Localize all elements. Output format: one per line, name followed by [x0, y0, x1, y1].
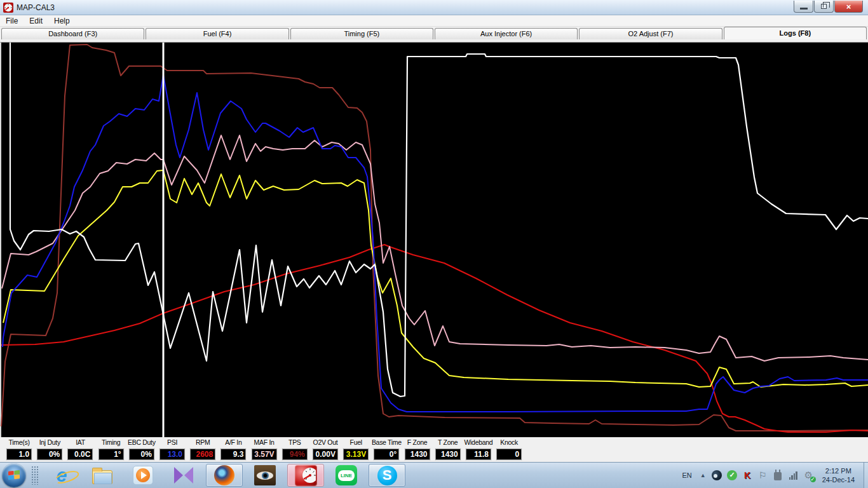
- channel-value-base-time: 0°: [373, 448, 400, 461]
- channel-label-fuel: Fuel: [341, 437, 371, 448]
- taskbar-pinned-line[interactable]: LINE: [335, 464, 358, 486]
- channel-value-time-s-: 1.0: [6, 448, 32, 461]
- taskbar-grip-handle[interactable]: [31, 466, 39, 485]
- channel-label-ebc-duty: EBC Duty: [126, 437, 157, 448]
- taskbar-button-map-cal3[interactable]: [287, 464, 324, 487]
- tab-o2-adjust-f7-[interactable]: O2 Adjust (F7): [579, 28, 722, 39]
- channel-value-a-f-in: 9.3: [220, 448, 247, 461]
- minimize-button[interactable]: [794, 1, 813, 13]
- folder-icon: [92, 470, 112, 484]
- blue-trace: [3, 75, 868, 412]
- channel-label-tps: TPS: [280, 437, 310, 448]
- channel-label-maf-in: MAF In: [249, 437, 280, 448]
- taskbar-button-skype[interactable]: S: [369, 464, 405, 487]
- channel-label-f-zone: F Zone: [402, 437, 432, 448]
- channel-label-inj-duty: Inj Duty: [34, 437, 65, 448]
- close-button[interactable]: ×: [834, 1, 863, 13]
- yellow-trace: [3, 170, 868, 387]
- line-messenger-icon: LINE: [336, 465, 357, 485]
- channel-label-wideband: Wideband: [463, 437, 494, 448]
- start-button[interactable]: [2, 463, 26, 487]
- taskbar-pinned-windows-explorer[interactable]: [91, 464, 114, 486]
- channel-label-timing: Timing: [96, 437, 126, 448]
- channel-value-row: 1.00%0.0C1°0%13.026089.33.57V94%0.00V3.1…: [0, 448, 868, 462]
- channel-label-psi: PSI: [157, 437, 187, 448]
- language-indicator[interactable]: EN: [679, 471, 694, 479]
- app-gauge-icon: [3, 3, 13, 13]
- channel-value-f-zone: 1430: [404, 448, 431, 461]
- windows-flag-icon: [8, 470, 20, 480]
- steam-tray-icon[interactable]: [712, 470, 722, 481]
- network-bars-icon[interactable]: [788, 470, 799, 481]
- channel-label-t-zone: T Zone: [433, 437, 463, 448]
- kmplayer-icon: [174, 467, 193, 484]
- channel-value-wideband: 11.8: [465, 448, 492, 461]
- channel-label-a-f-in: A/F In: [218, 437, 248, 448]
- white-trace: [10, 43, 868, 396]
- tab-dashboard-f3-[interactable]: Dashboard (F3): [1, 28, 144, 39]
- channel-value-knock: 0: [496, 448, 522, 461]
- channel-value-fuel: 3.13V: [342, 448, 369, 461]
- taskbar-pinned-internet-explorer[interactable]: e: [50, 464, 73, 486]
- windows-taskbar: eLINES EN▲✓K⚐⚙2:12 PM24-Dec-14: [0, 462, 868, 488]
- taskbar-pinned-media-player[interactable]: [132, 464, 154, 486]
- taskbar-button-firefox[interactable]: [206, 464, 243, 487]
- restore-button[interactable]: [814, 1, 834, 13]
- tab-bar: Dashboard (F3)Fuel (F4)Timing (F5)Aux In…: [0, 27, 868, 39]
- tab-aux-injector-f6-[interactable]: Aux Injector (F6): [435, 28, 578, 39]
- kaspersky-tray-icon[interactable]: K: [742, 470, 753, 481]
- channel-value-o2v-out: 0.00V: [312, 448, 339, 461]
- channel-value-t-zone: 1430: [435, 448, 461, 461]
- channel-value-inj-duty: 0%: [36, 448, 63, 461]
- skype-icon: S: [377, 466, 397, 485]
- menu-item-help[interactable]: Help: [48, 17, 76, 25]
- menu-item-edit[interactable]: Edit: [24, 17, 48, 25]
- taskbar-clock[interactable]: 2:12 PM24-Dec-14: [818, 466, 858, 484]
- app-window: MAP-CAL3 × FileEditHelp Dashboard (F3)Fu…: [0, 0, 868, 488]
- antivirus-ok-tray-icon[interactable]: ✓: [727, 470, 738, 481]
- media-player-icon: [133, 466, 153, 485]
- red-trace: [1, 245, 868, 432]
- minimize-icon: [800, 8, 808, 10]
- channel-value-rpm: 2608: [189, 448, 216, 461]
- channel-label-time-s-: Time(s): [4, 437, 34, 448]
- restore-icon: [821, 4, 827, 9]
- taskbar-pinned-photo-viewer[interactable]: [254, 464, 276, 486]
- pink-trace: [2, 135, 868, 361]
- taskbar-pinned-kmplayer[interactable]: [172, 464, 195, 486]
- channel-label-knock: Knock: [494, 437, 524, 448]
- channel-value-timing: 1°: [98, 448, 125, 461]
- internet-explorer-icon: e: [57, 466, 67, 485]
- channel-value-iat: 0.0C: [67, 448, 93, 461]
- tab-timing-f5-[interactable]: Timing (F5): [290, 28, 433, 39]
- log-chart-canvas[interactable]: [0, 43, 868, 437]
- action-center-flag-icon[interactable]: ⚐: [757, 470, 768, 481]
- channel-label-base-time: Base Time: [371, 437, 402, 448]
- channel-label-iat: IAT: [65, 437, 95, 448]
- clock-date: 24-Dec-14: [822, 475, 855, 484]
- show-hidden-icons-arrow[interactable]: ▲: [699, 472, 707, 478]
- power-plug-icon[interactable]: [773, 470, 783, 481]
- channel-value-tps: 94%: [281, 448, 308, 461]
- channel-label-rpm: RPM: [187, 437, 218, 448]
- show-desktop-button[interactable]: [864, 463, 868, 488]
- channel-label-row: Time(s)Inj DutyIATTimingEBC DutyPSIRPMA/…: [0, 437, 868, 448]
- gauge-icon: [295, 465, 317, 486]
- tab-logs-f8-[interactable]: Logs (F8): [724, 27, 867, 39]
- channel-label-o2v-out: O2V Out: [310, 437, 341, 448]
- menu-bar: FileEditHelp: [0, 15, 868, 27]
- window-title: MAP-CAL3: [17, 3, 55, 12]
- menu-item-file[interactable]: File: [0, 17, 24, 25]
- channel-value-ebc-duty: 0%: [128, 448, 155, 461]
- close-icon: ×: [846, 2, 851, 11]
- update-gears-icon[interactable]: ⚙: [803, 470, 814, 481]
- tab-fuel-f4-[interactable]: Fuel (F4): [146, 28, 288, 39]
- channel-value-maf-in: 3.57V: [251, 448, 278, 461]
- system-tray: EN▲✓K⚐⚙2:12 PM24-Dec-14: [679, 466, 862, 484]
- clock-time: 2:12 PM: [822, 466, 855, 475]
- channel-data-bar: Time(s)Inj DutyIATTimingEBC DutyPSIRPMA/…: [0, 437, 868, 462]
- channel-value-psi: 13.0: [159, 448, 186, 461]
- brown-trace: [1, 44, 868, 431]
- firefox-icon: [214, 465, 234, 485]
- title-bar[interactable]: MAP-CAL3 ×: [0, 0, 868, 15]
